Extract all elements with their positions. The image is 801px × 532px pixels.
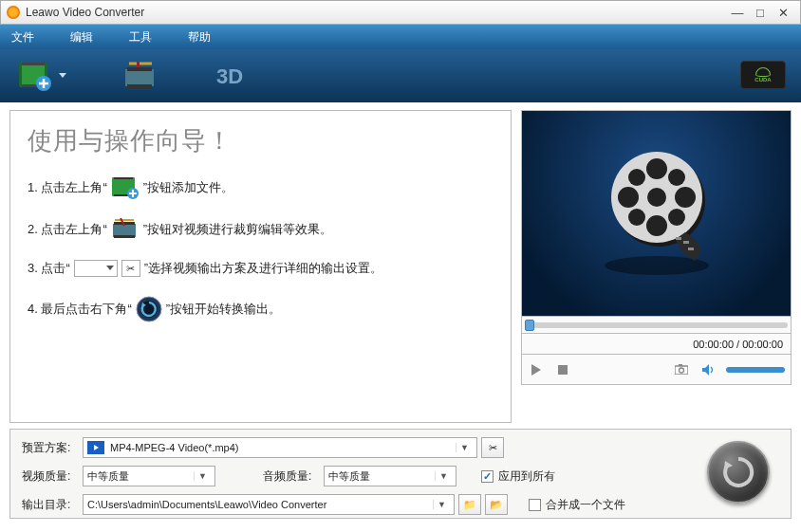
svg-rect-11 [114,177,133,179]
chevron-down-icon: ▼ [435,471,452,481]
output-label: 输出目录: [22,497,83,513]
wizard-step-1: 1. 点击左上角“ ”按钮添加文件。 [28,176,494,199]
apply-all-checkbox[interactable]: ✓ 应用到所有 [481,468,555,485]
time-display: 00:00:00 / 00:00:00 [521,334,792,355]
app-title: Leawo Video Converter [26,6,144,19]
preset-settings-button[interactable]: ✂ [481,437,504,458]
3d-button[interactable]: 3D [214,63,252,89]
minimize-button[interactable]: — [726,6,749,20]
svg-point-26 [675,187,696,208]
merge-checkbox[interactable]: 合并成一个文件 [529,497,625,513]
video-preview [521,110,792,317]
add-video-icon [111,176,140,199]
preset-combobox[interactable]: MP4-MPEG-4 Video(*.mp4) ▼ [83,437,477,458]
play-button[interactable] [528,361,545,378]
mp4-icon [87,441,104,454]
svg-rect-5 [125,69,154,86]
svg-rect-33 [688,248,694,250]
svg-point-30 [668,209,685,226]
player-controls [521,355,792,385]
svg-rect-37 [679,364,682,366]
menu-file[interactable]: 文件 [11,29,34,46]
maximize-button[interactable]: □ [749,6,772,20]
svg-point-23 [646,158,667,179]
svg-point-36 [680,368,684,373]
svg-point-28 [668,169,685,186]
wizard-step-3: 3. 点击“ ✂ ”选择视频输出方案及进行详细的输出设置。 [28,260,494,277]
svg-rect-34 [558,365,568,375]
video-quality-combobox[interactable]: 中等质量 ▼ [83,466,215,486]
convert-icon [136,296,162,322]
svg-rect-7 [127,84,152,88]
menu-edit[interactable]: 编辑 [70,29,93,46]
toolbar: 3D CUDA [0,49,801,102]
wizard-step-4: 4. 最后点击右下角“ ”按钮开始转换输出。 [28,296,494,322]
seek-bar[interactable] [521,317,792,334]
checkbox-unchecked-icon [529,499,541,511]
stop-button[interactable] [554,361,571,378]
preset-dropdown-icon [74,260,118,277]
edit-video-button[interactable] [123,62,158,90]
wizard-panel: 使用与操作向导！ 1. 点击左上角“ ”按钮添加文件。 2. 点击左上角“ ”按… [9,110,512,423]
svg-rect-31 [676,237,681,240]
3d-icon: 3D [214,63,252,89]
menu-bar: 文件 编辑 工具 帮助 [0,25,801,49]
convert-button[interactable] [707,441,770,504]
vquality-label: 视频质量: [22,468,83,485]
svg-rect-6 [127,67,152,71]
svg-rect-8 [137,62,140,67]
checkbox-checked-icon: ✓ [481,470,494,483]
cuda-badge: CUDA [740,61,786,89]
audio-quality-combobox[interactable]: 中等质量 ▼ [324,466,456,486]
add-video-icon [17,61,53,91]
svg-rect-2 [22,63,45,65]
mute-button[interactable] [699,361,717,378]
film-reel-icon [586,142,728,284]
volume-slider[interactable] [726,367,785,373]
convert-arrow-icon [719,453,757,491]
chevron-down-icon: ▼ [194,471,211,481]
preset-label: 预置方案: [22,440,83,456]
svg-point-22 [647,188,666,207]
close-button[interactable]: ✕ [772,6,794,20]
wizard-heading: 使用与操作向导！ [28,124,494,157]
titlebar: Leawo Video Converter — □ ✕ [0,0,801,25]
chevron-down-icon: ▼ [433,500,450,509]
svg-rect-32 [683,241,689,244]
edit-video-icon [111,218,140,241]
open-folder-button[interactable]: 📂 [485,494,508,515]
wizard-step-2: 2. 点击左上角“ ”按钮对视频进行裁剪编辑等效果。 [28,218,494,241]
svg-point-25 [618,187,639,208]
menu-tools[interactable]: 工具 [129,29,152,46]
preview-panel: 00:00:00 / 00:00:00 [521,110,792,423]
settings-icon: ✂ [121,260,140,277]
svg-text:3D: 3D [216,64,243,88]
output-path-combobox[interactable]: C:\Users\admin\Documents\Leawo\Video Con… [83,494,455,515]
add-video-button[interactable] [17,61,66,91]
dropdown-arrow-icon [59,73,66,79]
svg-point-27 [628,169,645,186]
svg-rect-14 [113,224,136,237]
bottom-panel: 预置方案: MP4-MPEG-4 Video(*.mp4) ▼ ✂ 视频质量: … [9,429,792,519]
svg-rect-16 [114,235,135,238]
svg-point-29 [628,209,645,226]
app-logo [7,6,20,19]
chevron-down-icon: ▼ [456,443,473,452]
cuda-label: CUDA [754,77,771,83]
snapshot-button[interactable] [673,361,690,378]
svg-point-24 [646,215,667,236]
aquality-label: 音频质量: [263,468,324,485]
seek-thumb[interactable] [525,320,534,331]
browse-folder-button[interactable]: 📁 [458,494,481,515]
menu-help[interactable]: 帮助 [188,29,211,46]
edit-video-icon [123,62,158,90]
